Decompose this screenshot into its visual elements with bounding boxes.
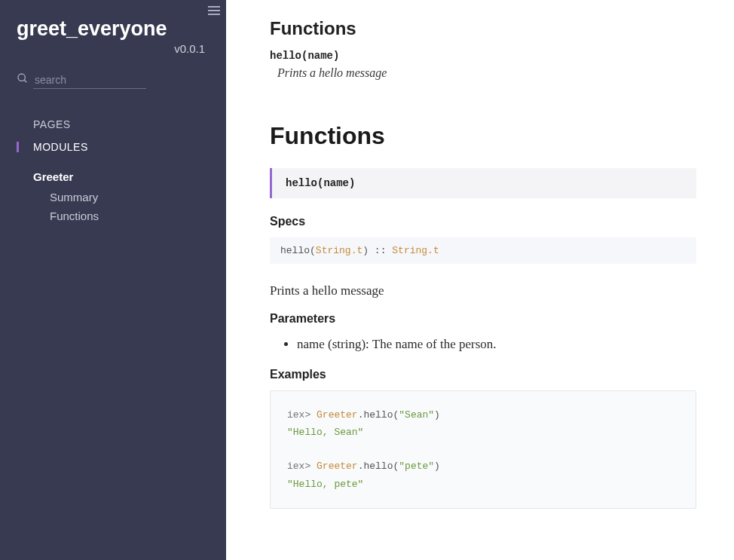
example-invocation: iex> Greeter.hello("Sean"): [287, 406, 679, 424]
svg-line-1: [24, 80, 26, 82]
project-version: v0.0.1: [17, 42, 209, 55]
sidebar: greet_everyone v0.0.1 PAGES MODULES Gree…: [0, 0, 226, 560]
nav-item-pages[interactable]: PAGES: [0, 113, 226, 136]
function-header: hello(name): [270, 168, 696, 198]
parameter-item: name (string): The name of the person.: [297, 335, 696, 354]
example-result: "Hello, pete": [287, 476, 679, 493]
examples-box: iex> Greeter.hello("Sean") "Hello, Sean"…: [270, 390, 696, 510]
spec-fn-name: hello: [280, 245, 310, 256]
spec-return-type: String.t: [392, 245, 439, 256]
project-name[interactable]: greet_everyone: [17, 18, 209, 41]
example-result: "Hello, Sean": [287, 424, 679, 441]
spec-operator: ::: [375, 245, 387, 256]
search-container: [0, 61, 226, 96]
function-description: Prints a hello message: [270, 283, 696, 298]
svg-point-0: [18, 74, 25, 81]
nav-sub-functions[interactable]: Functions: [0, 207, 226, 225]
spec-arg-type: String.t: [316, 245, 362, 256]
examples-label: Examples: [270, 368, 696, 381]
main-content: Functions hello(name) Prints a hello mes…: [226, 0, 734, 560]
summary-heading: Functions: [270, 18, 696, 39]
summary-function-signature[interactable]: hello(name): [270, 50, 696, 62]
search-icon: [17, 72, 29, 87]
example-invocation: iex> Greeter.hello("pete"): [287, 457, 679, 475]
summary-function-description: Prints a hello message: [270, 66, 696, 80]
functions-detail-heading: Functions: [270, 122, 696, 150]
sidebar-header: greet_everyone v0.0.1: [0, 0, 226, 61]
search-input[interactable]: [33, 72, 146, 89]
parameters-list: name (string): The name of the person.: [270, 335, 696, 354]
sidebar-nav: PAGES MODULES Greeter Summary Functions: [0, 96, 226, 225]
specs-box: hello(String.t) :: String.t: [270, 237, 696, 264]
hamburger-menu-icon[interactable]: [208, 6, 220, 15]
nav-sub-summary[interactable]: Summary: [0, 188, 226, 207]
nav-item-modules[interactable]: MODULES: [0, 136, 226, 158]
example-block: iex> Greeter.hello("Sean") "Hello, Sean": [287, 406, 679, 442]
specs-label: Specs: [270, 215, 696, 228]
example-block: iex> Greeter.hello("pete") "Hello, pete": [287, 457, 679, 493]
nav-module-greeter[interactable]: Greeter: [0, 158, 226, 188]
parameters-label: Parameters: [270, 312, 696, 326]
